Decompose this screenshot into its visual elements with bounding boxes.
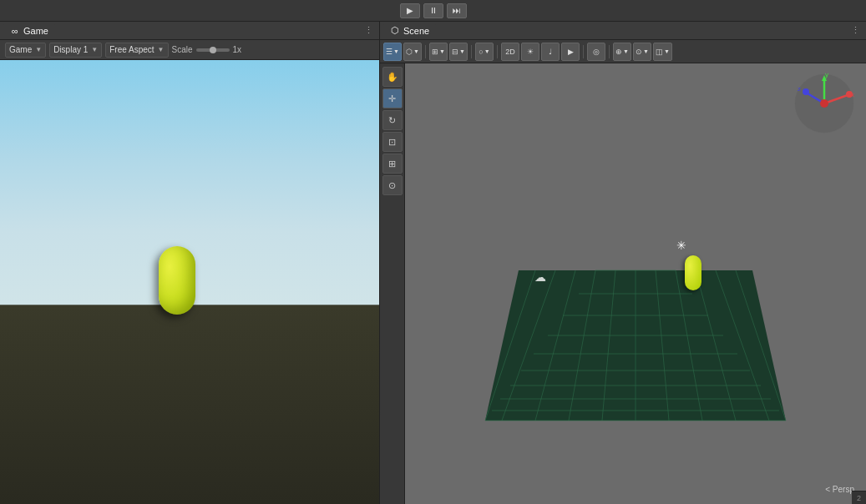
vis-icon: ○ xyxy=(479,48,483,56)
extra-icon: ⊕ xyxy=(615,48,622,56)
persp-label: < Persp xyxy=(825,485,854,494)
scene-camera-icon: ☁ xyxy=(534,270,546,284)
scene-gizmo-btn[interactable]: ◎ xyxy=(587,43,605,61)
scene-snap-btn[interactable]: ⊟ ▼ xyxy=(449,43,468,61)
tool-rect[interactable]: ⊞ xyxy=(382,154,403,174)
play-button[interactable]: ▶ xyxy=(400,3,420,18)
aspect-arrow: ▼ xyxy=(158,46,165,53)
snap-arrow: ▼ xyxy=(459,48,465,54)
svg-text:x: x xyxy=(851,91,854,98)
scene-shading-btn[interactable]: ☰ ▼ xyxy=(383,43,402,61)
game-capsule xyxy=(159,246,195,315)
game-tab-bar: ∞ Game ⋮ xyxy=(0,22,379,40)
tool-transform[interactable]: ⊙ xyxy=(382,175,403,195)
scene-tab-bar: ⬡ Scene ⋮ xyxy=(380,22,866,40)
gizmo-icon: ◎ xyxy=(593,48,600,56)
scene-panel: ⬡ Scene ⋮ ☰ ▼ ⬡ ▼ ⊞ ▼ ⊟ ▼ xyxy=(380,22,866,504)
tool-scale[interactable]: ⊡ xyxy=(382,132,403,152)
display1-dropdown[interactable]: Display 1 ▼ xyxy=(49,43,102,58)
scene-light-btn[interactable]: ☀ xyxy=(521,43,539,61)
scene-anim-btn[interactable]: ▶ xyxy=(561,43,580,61)
scene-panel-more[interactable]: ⋮ xyxy=(848,23,863,38)
scale-value: 1x xyxy=(233,45,242,54)
display1-label: Display 1 xyxy=(53,45,88,54)
scene-arrow: ▼ xyxy=(643,48,649,54)
transform-tool-icon: ⊙ xyxy=(388,180,396,191)
scene-audio-btn[interactable]: ♩ xyxy=(541,43,560,61)
tool-hand[interactable]: ✋ xyxy=(382,67,403,87)
scene-vis-btn[interactable]: ○ ▼ xyxy=(475,43,494,61)
toolbar-sep-1 xyxy=(425,45,426,58)
vis-arrow: ▼ xyxy=(484,48,490,54)
scene-icon: ⊙ xyxy=(636,48,642,56)
light-icon: ☀ xyxy=(527,48,534,56)
scene-2d-btn[interactable]: 2D xyxy=(501,43,519,61)
rotate-icon: ↻ xyxy=(388,115,396,126)
game-tab-icon: ∞ xyxy=(10,26,20,36)
shading-arrow: ▼ xyxy=(393,48,399,54)
scene-tab-icon: ⬡ xyxy=(390,26,400,36)
game-display-dropdown[interactable]: Game ▼ xyxy=(5,43,46,58)
game-ground xyxy=(0,305,379,504)
shading-icon: ☰ xyxy=(386,48,392,56)
main-layout: ∞ Game ⋮ Game ▼ Display 1 ▼ Free Aspect … xyxy=(0,22,866,504)
transform-arrow: ▼ xyxy=(439,48,445,54)
scene-toolbar: ☰ ▼ ⬡ ▼ ⊞ ▼ ⊟ ▼ ○ ▼ 2D xyxy=(380,40,866,63)
game-viewport[interactable] xyxy=(0,60,379,504)
hand-icon: ✋ xyxy=(387,72,398,83)
svg-text:y: y xyxy=(825,71,828,78)
game-toolbar: Game ▼ Display 1 ▼ Free Aspect ▼ Scale 1… xyxy=(0,40,379,60)
svg-point-30 xyxy=(803,88,809,95)
pause-button[interactable]: ⏸ xyxy=(423,3,443,18)
overlay-arrow: ▼ xyxy=(413,48,419,54)
game-panel: ∞ Game ⋮ Game ▼ Display 1 ▼ Free Aspect … xyxy=(0,22,380,504)
scene-grid-container xyxy=(468,220,803,454)
status-text: 2 xyxy=(857,494,861,502)
scene-extra-btn[interactable]: ⊕ ▼ xyxy=(613,43,631,61)
overlay-icon: ⬡ xyxy=(406,48,413,56)
aspect-dropdown[interactable]: Free Aspect ▼ xyxy=(105,43,168,58)
aspect-label: Free Aspect xyxy=(109,45,154,54)
scene-tab[interactable]: ⬡ Scene xyxy=(383,23,436,39)
scale-label: Scale xyxy=(172,45,193,54)
toolbar-sep-4 xyxy=(583,45,584,58)
svg-point-32 xyxy=(820,99,828,108)
game-display-label: Game xyxy=(9,45,32,54)
anim-icon: ▶ xyxy=(568,48,574,56)
transform-icon: ⊞ xyxy=(432,48,438,56)
scene-grid-svg xyxy=(468,220,803,454)
snap-icon: ⊟ xyxy=(452,48,458,56)
gizmo-overlay[interactable]: y x z xyxy=(791,70,858,137)
move-icon: ✛ xyxy=(388,93,396,104)
top-toolbar: ▶ ⏸ ⏭ xyxy=(0,0,866,22)
svg-text:z: z xyxy=(798,85,801,93)
scene-left-tools: ✋ ✛ ↻ ⊡ ⊞ ⊙ xyxy=(380,63,405,504)
layers-arrow: ▼ xyxy=(664,48,670,54)
tool-move[interactable]: ✛ xyxy=(382,88,403,108)
extra-arrow: ▼ xyxy=(623,48,629,54)
scene-sun-icon[interactable]: ✳ xyxy=(676,239,690,252)
tool-rotate[interactable]: ↻ xyxy=(382,110,403,130)
toolbar-sep-3 xyxy=(497,45,498,58)
game-display-arrow: ▼ xyxy=(35,46,42,53)
rect-icon: ⊞ xyxy=(388,159,396,169)
display1-arrow: ▼ xyxy=(91,46,98,53)
game-tab[interactable]: ∞ Game xyxy=(3,23,55,39)
scene-viewport[interactable]: ✳ ☁ y x xyxy=(405,63,866,504)
scene-transform-btn[interactable]: ⊞ ▼ xyxy=(429,43,448,61)
scale-control: Scale 1x xyxy=(172,45,242,54)
status-bar: 2 xyxy=(852,491,866,504)
scene-layers-btn[interactable]: ◫ ▼ xyxy=(653,43,672,61)
toolbar-sep-5 xyxy=(609,45,610,58)
scale-slider[interactable] xyxy=(196,48,230,52)
step-button[interactable]: ⏭ xyxy=(447,3,467,18)
scene-viewport-wrapper: ✋ ✛ ↻ ⊡ ⊞ ⊙ xyxy=(380,63,866,504)
scene-scene-btn[interactable]: ⊙ ▼ xyxy=(633,43,651,61)
2d-label: 2D xyxy=(505,48,515,56)
game-tab-label: Game xyxy=(23,26,48,36)
scene-capsule xyxy=(685,255,701,290)
scene-overlay-btn[interactable]: ⬡ ▼ xyxy=(403,43,422,61)
audio-icon: ♩ xyxy=(549,48,552,56)
game-panel-more[interactable]: ⋮ xyxy=(361,23,376,38)
axis-gizmo-svg: y x z xyxy=(791,70,858,137)
